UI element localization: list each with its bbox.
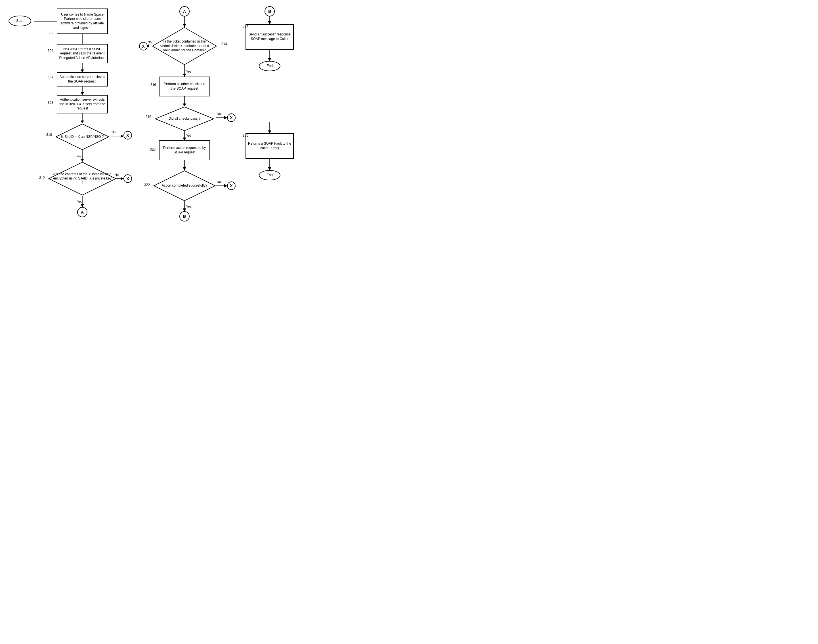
diamond-310: Is SiteID = X an NSP/NSO ? xyxy=(55,123,109,150)
step-326-box: Returns a SOAP Fault to the caller (erro… xyxy=(246,133,294,159)
diamond-312: Are the contents of the <Domain> field e… xyxy=(48,162,116,196)
connector-b-top: B xyxy=(264,6,275,17)
connector-x-322: X xyxy=(227,181,235,190)
svg-marker-36 xyxy=(81,159,84,162)
svg-text:Yes: Yes xyxy=(186,134,191,137)
label-310: 310 xyxy=(46,133,52,137)
start-node: Start xyxy=(9,15,31,26)
svg-text:No: No xyxy=(148,40,152,44)
label-316: 316 xyxy=(151,83,156,87)
flowchart-diagram: Yes No Yes No Yes No Yes No Yes No xyxy=(0,0,341,312)
svg-text:Yes: Yes xyxy=(77,155,82,158)
connector-x-318: X xyxy=(227,113,235,122)
svg-marker-51 xyxy=(224,116,227,120)
connector-x-312: X xyxy=(123,175,132,183)
label-306: 306 xyxy=(48,76,53,80)
step-320-box: Perform action requested by SOAP request xyxy=(159,140,210,160)
end-node-1: End xyxy=(259,61,280,71)
label-304: 304 xyxy=(48,49,53,53)
diamond-314: Is the ticket contained in the <AdminTic… xyxy=(152,27,217,65)
svg-marker-44 xyxy=(268,21,271,24)
end-node-2: End xyxy=(259,170,280,180)
svg-text:No: No xyxy=(217,112,221,115)
label-308: 308 xyxy=(48,101,53,105)
svg-marker-48 xyxy=(121,134,123,138)
step-306-box: Authentication server recieves the SOAP … xyxy=(57,72,108,86)
svg-text:Yes: Yes xyxy=(186,205,191,208)
label-326: 326 xyxy=(243,133,248,138)
svg-marker-46 xyxy=(268,130,271,133)
svg-text:Yes: Yes xyxy=(186,70,191,73)
label-314: 314 xyxy=(221,42,227,46)
label-318: 318 xyxy=(146,115,151,119)
svg-marker-39 xyxy=(183,74,186,77)
svg-marker-49 xyxy=(121,177,123,180)
step-316-box: Perform all other checks on the SOAP req… xyxy=(159,77,210,97)
label-320: 320 xyxy=(150,147,155,152)
svg-marker-42 xyxy=(183,167,186,170)
label-302: 302 xyxy=(48,31,53,35)
svg-marker-35 xyxy=(81,121,84,123)
diamond-322: Action completed succesfully? xyxy=(153,170,216,201)
svg-marker-38 xyxy=(183,24,186,27)
label-322: 322 xyxy=(144,183,150,187)
connector-x-314: X xyxy=(139,42,148,51)
connector-b-bottom: B xyxy=(179,211,190,221)
svg-marker-40 xyxy=(183,104,186,106)
svg-text:No: No xyxy=(217,180,221,184)
svg-text:Yes: Yes xyxy=(77,200,82,203)
connector-x-310: X xyxy=(123,131,132,140)
svg-marker-33 xyxy=(81,69,84,72)
connector-a-top: A xyxy=(179,6,190,17)
diamond-318: Did all checks pass ? xyxy=(155,106,214,131)
step-304-box: NSP/NSO forms a SOAP request and calls t… xyxy=(57,44,108,63)
connector-a-bottom: A xyxy=(77,207,88,217)
label-324: 324 xyxy=(243,25,248,28)
svg-marker-37 xyxy=(81,204,84,207)
step-302-box: User comes to Name Space Partner web sit… xyxy=(57,9,108,34)
svg-marker-52 xyxy=(224,184,227,187)
svg-marker-45 xyxy=(268,58,271,61)
step-324-box: Send a "Success" response SOAP message t… xyxy=(246,24,294,50)
svg-marker-34 xyxy=(81,92,84,95)
svg-marker-43 xyxy=(183,209,186,211)
svg-marker-41 xyxy=(183,138,186,140)
svg-text:No: No xyxy=(112,130,115,134)
step-308-box: Authentication server extracts the <Site… xyxy=(57,95,108,113)
label-312: 312 xyxy=(39,176,45,180)
svg-marker-47 xyxy=(268,167,271,170)
